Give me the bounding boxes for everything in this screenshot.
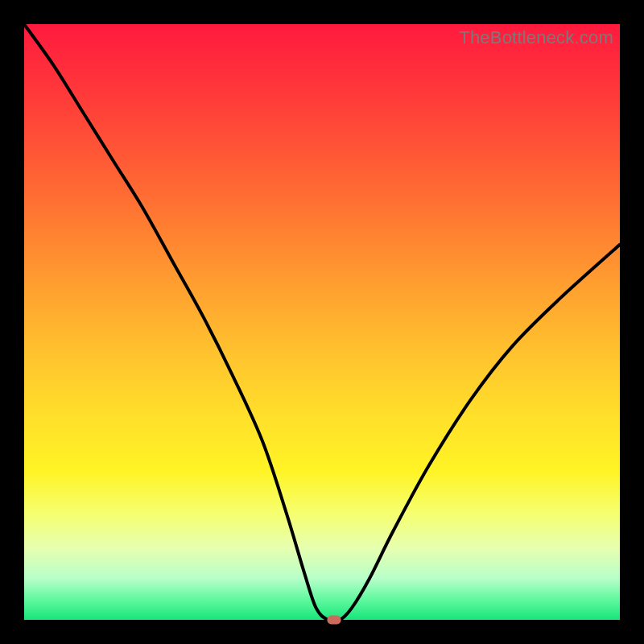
optimal-point-marker (327, 616, 341, 625)
chart-frame: TheBottleneck.com (0, 0, 644, 644)
bottleneck-curve (24, 24, 620, 620)
plot-area: TheBottleneck.com (24, 24, 620, 620)
curve-path (24, 24, 620, 620)
